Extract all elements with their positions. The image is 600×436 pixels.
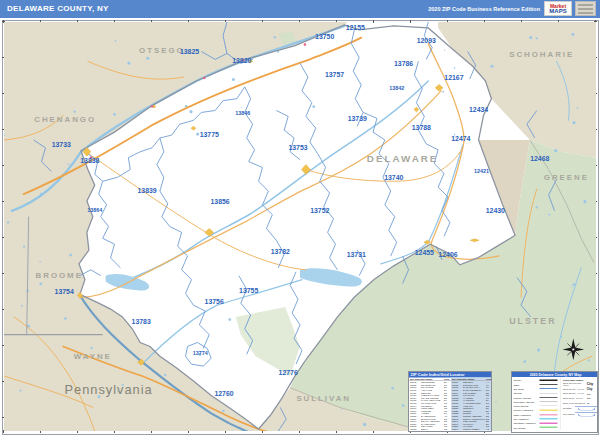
zip-label: 13755 xyxy=(239,287,258,294)
zip-label: 13740 xyxy=(384,174,403,181)
zip-label: 13783 xyxy=(132,318,151,325)
zip-label: 13782 xyxy=(271,248,290,255)
zip-label: 12093 xyxy=(417,37,436,44)
zip-label: 13788 xyxy=(412,124,431,131)
zip-label: 13856 xyxy=(211,198,230,205)
zip-label: 12406 xyxy=(438,251,457,258)
legend-line-sample xyxy=(540,409,558,411)
zip-label: 13753 xyxy=(288,144,307,151)
legend-line-sample xyxy=(540,418,558,420)
header-bar: DELAWARE COUNTY, NY 2020 ZIP Code Busine… xyxy=(0,0,600,18)
county-label: SULLIVAN xyxy=(296,394,351,403)
zip-label: 13838 xyxy=(80,157,99,164)
zip-label: 12760 xyxy=(214,390,233,397)
zip-label: 12776 xyxy=(279,369,298,376)
zip-label: 13825 xyxy=(180,48,199,55)
zip-label: 13786 xyxy=(394,60,413,67)
index-cell: 13864 xyxy=(451,428,463,431)
zip-label: 13820 xyxy=(232,57,251,64)
zip-index-column-2: ZIP CodeZIP NameGrid13754DEPOSITA413755D… xyxy=(451,378,492,431)
zip-label: 13757 xyxy=(325,71,344,78)
legend-label: County xyxy=(514,379,540,382)
legend-label: State xyxy=(514,383,540,386)
legend-city-sample: City xyxy=(587,382,594,386)
index-cell: TROUT CREEK xyxy=(463,428,486,431)
county-label: SCHOHARIE xyxy=(509,50,574,59)
legend-box: 2020 Delaware County, NY Map CountyState… xyxy=(511,371,598,433)
zip-label: 12434 xyxy=(469,106,488,113)
legend-line-sample xyxy=(540,406,558,407)
zip-label: 12167 xyxy=(444,74,463,81)
legend-shield-label: Interstate xyxy=(563,407,578,410)
zip-label: 12155 xyxy=(346,24,365,31)
zip-index-column-1: ZIP CodeZIP NameGrid12093JEFFERSONE11215… xyxy=(409,378,451,431)
legend-city-sample: city xyxy=(587,402,590,405)
legend-row: Toll Roads xyxy=(514,425,561,429)
legend-line-samples: CountyStateZIP CodeStreetsPrimary Street… xyxy=(512,377,561,430)
legend-city-label: Cities 1,000 and Below xyxy=(563,402,587,405)
legend-line-sample xyxy=(540,401,558,402)
zip-label: 12421 xyxy=(474,168,489,174)
highway-ramp-icon xyxy=(578,406,596,410)
zip-label: 12455 xyxy=(415,249,434,256)
legend-city-label: Cities 100,000 and Above xyxy=(563,381,587,386)
zip-label: 13752 xyxy=(310,207,329,214)
legend-shield-row: US Highway xyxy=(563,411,598,417)
county-map: OTSEGOCHENANGOSCHOHARIEDELAWAREBROOMEGRE… xyxy=(4,22,596,431)
map-canvas: OTSEGOCHENANGOSCHOHARIEDELAWAREBROOMEGRE… xyxy=(4,22,596,431)
zip-label: 13731 xyxy=(347,251,366,258)
zip-index-box: ZIP Code Index/Grid Locator ZIP CodeZIP … xyxy=(408,371,492,432)
legend-city-label: Cities 50,000 - 99,999 xyxy=(563,387,587,390)
legend-city-label: Cities 25,000 - 49,999 xyxy=(563,392,587,395)
county-label: ULSTER xyxy=(509,316,556,326)
legend-city-row: Cities 100,000 and AboveCity xyxy=(563,382,598,387)
zip-label: 13774 xyxy=(193,350,208,356)
county-label: BROOME xyxy=(36,271,83,280)
index-row: 13753DELHIC2 xyxy=(409,428,451,431)
zip-label: 13846 xyxy=(235,110,250,116)
zip-label: 13775 xyxy=(200,131,219,138)
legend-line-sample xyxy=(540,427,558,429)
index-cell: 13753 xyxy=(409,428,421,431)
zip-label: 13842 xyxy=(389,85,404,91)
publisher-badge xyxy=(575,1,596,16)
legend-line-sample xyxy=(540,379,558,381)
index-row: 13864TROUT CREEKA3 xyxy=(451,428,492,431)
legend-line-sample xyxy=(540,393,558,394)
map-document: { "header": { "title": "DELAWARE COUNTY,… xyxy=(0,0,600,436)
legend-line-sample xyxy=(540,414,558,416)
legend-label: Minor Streets xyxy=(514,404,540,407)
legend-cities: Cities and Towns Cities 100,000 and Abov… xyxy=(561,377,598,430)
county-label: WAYNE xyxy=(74,352,112,361)
legend-city-sample: City xyxy=(587,397,591,400)
zip-label: 12430 xyxy=(486,207,505,214)
index-cell: C2 xyxy=(444,428,450,431)
zip-label: 13733 xyxy=(52,141,71,148)
zip-label: 13739 xyxy=(348,115,367,122)
county-label: CHENANGO xyxy=(34,115,96,124)
legend-shield-label: US Highway xyxy=(563,413,578,416)
legend-label: Streets xyxy=(514,392,540,395)
zip-label: 13839 xyxy=(137,187,156,194)
map-title: DELAWARE COUNTY, NY xyxy=(7,4,109,13)
highway-ramp-icon xyxy=(578,412,596,416)
legend-line-sample xyxy=(540,422,558,424)
legend-label: Secondary Streets xyxy=(514,400,540,403)
legend-line-sample xyxy=(540,388,558,389)
edition-label: 2020 ZIP Code Business Reference Edition xyxy=(428,6,540,12)
legend-label: State Highways xyxy=(514,413,540,416)
legend-line-sample xyxy=(540,397,558,398)
county-label: DELAWARE xyxy=(367,153,439,164)
logo-text-bottom: MAPS xyxy=(549,8,566,14)
legend-city-label: Cities 5,000 - 24,999 xyxy=(563,397,587,400)
legend-city-sample: City xyxy=(587,387,593,390)
publisher-logo: Market MAPS xyxy=(544,1,572,16)
legend-label: County Highways xyxy=(514,409,540,412)
zip-label: 13864 xyxy=(87,207,102,213)
legend-label: Interstate Highways xyxy=(514,422,540,425)
zip-label: 12468 xyxy=(530,155,549,162)
index-cell: DELHI xyxy=(421,428,444,431)
legend-label: Toll Roads xyxy=(514,426,540,429)
county-label: GREENE xyxy=(544,173,589,182)
state-label: Pennsylvania xyxy=(65,382,153,397)
